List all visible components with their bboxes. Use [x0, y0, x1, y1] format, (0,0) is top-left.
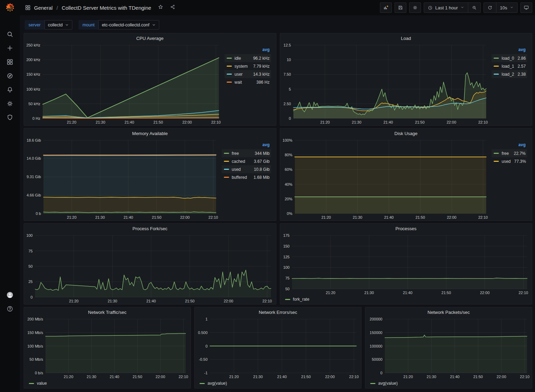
legend-item-fork-rate[interactable]: fork_rate [285, 296, 309, 303]
legend-avg-value: 2.86 [514, 56, 526, 61]
dashboard-title[interactable]: CollectD Server Metrics with TDengine [62, 5, 151, 11]
legend-item-load-2[interactable]: load_22.38 [492, 70, 527, 78]
grafana-logo[interactable] [4, 2, 16, 14]
legend-item-buffered[interactable]: buffered1.68 Mib [222, 173, 271, 181]
configuration-gear-icon[interactable] [3, 99, 17, 108]
x-tick-label: 22:00 [224, 299, 233, 303]
legend-series-name: idle [235, 56, 241, 61]
panel-title[interactable]: Disk Usage [280, 128, 532, 137]
chart-canvas[interactable]: 0 Hz50 kHz100 kHz150 kHz200 kHz250 kHz21… [24, 42, 224, 125]
share-icon[interactable] [170, 4, 176, 11]
x-tick-label: 21:50 [132, 375, 142, 379]
y-tick-label: 0 [31, 295, 33, 299]
x-tick-label: 22:00 [496, 375, 506, 379]
variable-mount-label: mount [79, 20, 98, 30]
plus-icon[interactable] [3, 44, 17, 52]
refresh-interval-picker[interactable]: 10s [496, 3, 517, 12]
y-tick-label: 50 Mb/s [30, 357, 43, 361]
panel-title[interactable]: Network Packets/sec [365, 307, 532, 316]
zoom-out-button[interactable] [468, 3, 480, 12]
chart-canvas[interactable]: 0%20%40%60%80%100%21:2021:3021:4021:5022… [280, 137, 491, 220]
legend-item-wait[interactable]: wait386 Hz [225, 78, 271, 86]
legend-item-used[interactable]: used77.3% [492, 157, 527, 165]
y-tick-label: 150 kHz [26, 72, 40, 76]
search-icon[interactable] [3, 30, 17, 38]
chart-canvas[interactable]: 02.5057.501012.521:2021:3021:4021:5022:0… [280, 42, 491, 125]
chart-canvas[interactable]: 025507510021:2021:3021:4021:5022:0022:10 [24, 232, 276, 304]
add-panel-button[interactable] [380, 2, 392, 13]
sidebar-nav [3, 30, 17, 122]
chevron-down-icon [65, 23, 69, 27]
y-tick-label: 75 [285, 276, 289, 280]
legend-item-free[interactable]: free344 Mib [222, 149, 271, 157]
y-tick-label: -0.50 [199, 357, 208, 361]
legend-item-cached[interactable]: cached3.67 Gib [222, 157, 271, 165]
legend-item-free[interactable]: free22.7% [492, 149, 527, 157]
cycle-view-mode-button[interactable] [520, 2, 532, 13]
legend-item-avg-value[interactable]: avg(value) [370, 380, 398, 387]
panel-title[interactable]: Network Traffic/sec [24, 307, 191, 316]
y-tick-label: 0.500 [198, 331, 208, 335]
legend-item-load-1[interactable]: load_12.57 [492, 62, 527, 70]
legend-item-avg-value[interactable]: avg(value) [200, 380, 227, 387]
y-tick-label: 125 [283, 255, 289, 259]
legend-avg-header[interactable]: avg [492, 142, 527, 149]
refresh-button[interactable] [484, 3, 496, 12]
legend-item-system[interactable]: system7.79 kHz [225, 62, 271, 70]
help-icon[interactable] [3, 305, 17, 313]
y-tick-label: -1 [204, 371, 208, 375]
x-tick-label: 21:40 [450, 375, 460, 379]
legend-item-user[interactable]: user14.3 kHz [225, 70, 271, 78]
time-range-picker[interactable]: Last 1 hour [424, 3, 468, 12]
panel-title[interactable]: Process Fork/sec [24, 224, 276, 232]
legend-item-load-0[interactable]: load_02.86 [492, 54, 527, 62]
chart-canvas[interactable]: 0 b/s50 Mb/s100 Mb/s150 Mb/s200 Mb/s21:2… [24, 316, 191, 380]
save-dashboard-button[interactable] [395, 2, 406, 13]
legend-avg-header[interactable]: avg [225, 47, 271, 54]
panel-legend: avg(value) [365, 380, 532, 388]
panel-legend: avgidle96.2 kHzsystem7.79 kHzuser14.3 kH… [224, 42, 276, 125]
panel-title[interactable]: Memory Available [24, 128, 276, 137]
user-avatar[interactable] [3, 291, 17, 299]
legend-series-name: fork_rate [293, 297, 309, 302]
chart-canvas[interactable]: -1-0.5000.500121:2021:3021:4021:5022:002… [195, 316, 361, 380]
star-icon[interactable] [158, 4, 163, 11]
alerting-bell-icon[interactable] [3, 85, 17, 94]
legend-avg-value: 344 Mib [251, 151, 270, 156]
y-tick-label: 0 b/s [35, 371, 43, 375]
panel-title[interactable]: Load [280, 33, 532, 42]
dashboard-settings-button[interactable] [409, 2, 421, 13]
x-tick-label: 21:20 [64, 375, 73, 379]
variable-mount-value[interactable]: etc-collectd-collectd.conf [98, 20, 159, 30]
panel-legend: avgfree344 Mibcached3.67 Gibused10.8 Gib… [221, 137, 276, 220]
panel-load: Load02.5057.501012.521:2021:3021:4021:50… [280, 33, 533, 126]
panel-title[interactable]: Processes [280, 224, 532, 232]
legend-item-idle[interactable]: idle96.2 kHz [225, 54, 271, 62]
legend-avg-header[interactable]: avg [222, 142, 271, 149]
legend-series-name: avg(value) [378, 381, 398, 386]
dashboards-icon[interactable] [3, 58, 17, 66]
x-tick-label: 21:40 [403, 291, 412, 295]
chart-canvas[interactable]: 0 b4.66 Gib9.31 Gib14.0 Gib18.6 Gib21:20… [24, 137, 221, 220]
variable-server-value[interactable]: collectd [44, 20, 72, 30]
explore-compass-icon[interactable] [3, 72, 17, 80]
panel-legend: value [24, 380, 191, 388]
legend-series-name: load_0 [502, 56, 514, 61]
legend-avg-header[interactable]: avg [492, 47, 527, 54]
panel-title[interactable]: CPU Average [24, 33, 276, 42]
legend-item-used[interactable]: used10.8 Gib [222, 165, 271, 173]
panel-title[interactable]: Network Errors/sec [195, 307, 361, 316]
x-tick-label: 21:50 [185, 299, 195, 303]
legend-item-value[interactable]: value [29, 380, 47, 387]
series-color-dash [494, 74, 499, 75]
x-tick-label: 21:30 [95, 215, 105, 219]
legend-avg-value: 2.38 [514, 72, 526, 77]
breadcrumb-folder[interactable]: General [34, 5, 52, 11]
chart-canvas[interactable]: 507510012515017521:2021:3021:4021:5022:0… [280, 232, 532, 296]
panel-legend: avg(value) [195, 380, 361, 388]
server-admin-shield-icon[interactable] [3, 113, 17, 122]
y-tick-label: 5 [289, 87, 291, 91]
chart-canvas[interactable]: 05000010000015000020000021:2021:3021:402… [365, 316, 532, 380]
x-tick-label: 21:20 [403, 375, 413, 379]
refresh-interval-label: 10s [500, 5, 507, 10]
